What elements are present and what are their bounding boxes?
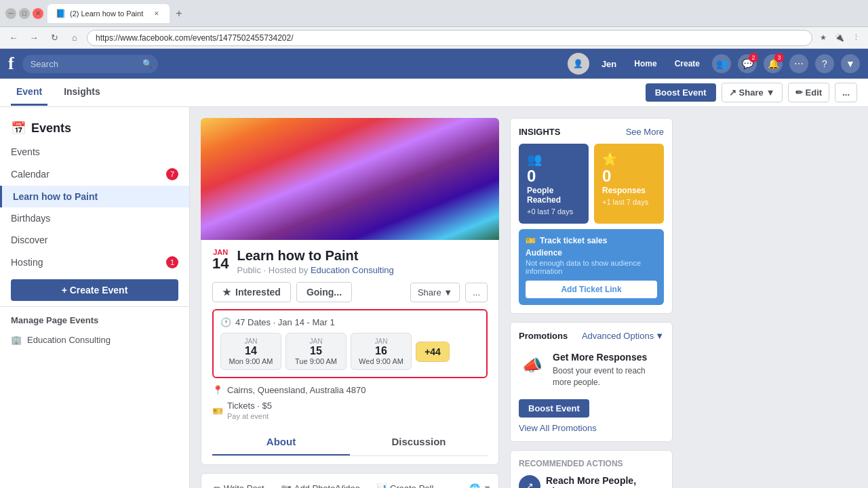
- poll-icon: 📊: [376, 483, 387, 488]
- share-button[interactable]: ↗ Share ▼: [722, 83, 783, 102]
- settings-btn[interactable]: ⋮: [849, 31, 863, 45]
- ticket-label-text: Track ticket sales: [540, 236, 607, 245]
- browser-toolbar: ← → ↻ ⌂ https://www.facebook.com/events/…: [0, 27, 868, 49]
- refresh-btn[interactable]: ↻: [46, 30, 62, 46]
- user-avatar[interactable]: 👤: [568, 53, 589, 75]
- search-input[interactable]: [22, 55, 158, 73]
- event-tabs: About Discussion: [212, 429, 488, 456]
- browser-window-controls[interactable]: ─ □ ✕: [5, 8, 43, 19]
- advanced-options-text: Advanced Options: [582, 331, 654, 341]
- nav-user-name[interactable]: Jen: [596, 56, 622, 72]
- date-pill-jan14[interactable]: JAN 14 Mon 9:00 AM: [220, 333, 281, 370]
- extensions-btn[interactable]: 🔌: [833, 31, 846, 45]
- sidebar-title: 📅 Events: [0, 115, 189, 141]
- ticket-sales-section: 🎫 Track ticket sales Audience Not enough…: [519, 229, 664, 305]
- add-photo-btn[interactable]: 📷 Add Photo/Video: [275, 481, 366, 488]
- view-all-promotions-link[interactable]: View All Promotions: [519, 423, 664, 433]
- nav-home[interactable]: Home: [629, 56, 662, 71]
- tab-title: (2) Learn how to Paint: [70, 9, 148, 18]
- sidebar-events-label: Events: [11, 146, 40, 157]
- messages-icon[interactable]: 💬2: [738, 54, 757, 73]
- more-icon[interactable]: ⋯: [789, 54, 808, 73]
- tickets-sub: Pay at event: [227, 412, 269, 420]
- sidebar-item-calendar[interactable]: Calendar 7: [0, 163, 189, 186]
- date-pill-jan16[interactable]: JAN 16 Wed 9:00 AM: [351, 333, 412, 370]
- boost-event-promo-btn[interactable]: Boost Event: [519, 399, 589, 418]
- date-pill-month-1: JAN: [293, 338, 339, 345]
- sidebar-item-discover[interactable]: Discover: [0, 229, 189, 251]
- interested-button[interactable]: ★ Interested: [212, 282, 291, 302]
- post-extra-chevron[interactable]: ▼: [483, 483, 492, 488]
- date-pill-day-0: 14: [228, 345, 274, 357]
- add-ticket-link-btn[interactable]: Add Ticket Link: [526, 281, 657, 298]
- more-options-button[interactable]: ...: [835, 83, 857, 102]
- tab-event[interactable]: Event: [11, 79, 47, 106]
- write-post-label: Write Post: [224, 483, 264, 488]
- share-rec-title: Reach More People, Share Your Event: [546, 475, 664, 488]
- tab-insights[interactable]: Insights: [58, 79, 106, 106]
- manage-page-events-link[interactable]: Manage Page Events: [0, 310, 189, 331]
- insights-see-more[interactable]: See More: [626, 127, 664, 137]
- promo-content: 📣 Get More Responses Boost your event to…: [519, 346, 664, 394]
- friends-icon[interactable]: 👥: [712, 54, 731, 73]
- back-btn[interactable]: ←: [5, 30, 22, 46]
- event-visibility: Public: [237, 265, 260, 275]
- boost-event-button[interactable]: Boost Event: [646, 83, 716, 102]
- dates-more-button[interactable]: +44: [416, 342, 450, 362]
- tab-about[interactable]: About: [212, 429, 350, 455]
- sidebar-item-learn-to-paint[interactable]: Learn how to Paint: [0, 186, 189, 207]
- share-label: Share: [739, 87, 764, 98]
- advanced-options-link[interactable]: Advanced Options ▼: [582, 331, 664, 341]
- home-btn[interactable]: ⌂: [66, 30, 83, 46]
- event-title-section: Learn how to Paint Public · Hosted by Ed…: [237, 248, 393, 275]
- write-post-actions: ✏ Write Post 📷 Add Photo/Video 📊 Create …: [208, 481, 492, 488]
- tab-discussion[interactable]: Discussion: [350, 429, 488, 455]
- create-event-button[interactable]: + Create Event: [11, 279, 178, 301]
- create-poll-btn[interactable]: 📊 Create Poll: [371, 481, 439, 488]
- url-bar[interactable]: https://www.facebook.com/events/14775024…: [87, 30, 812, 46]
- notifications-icon[interactable]: 🔔3: [764, 54, 783, 73]
- maximize-btn[interactable]: □: [19, 8, 30, 19]
- forward-btn[interactable]: →: [26, 30, 42, 46]
- active-tab[interactable]: 📘 (2) Learn how to Paint ✕: [47, 4, 170, 23]
- insights-header: INSIGHTS See More: [519, 127, 664, 137]
- dates-info-text: 47 Dates · Jan 14 - Mar 1: [235, 317, 335, 327]
- people-reached-stat: 👥 0 People Reached +0 last 7 days: [519, 144, 589, 224]
- expand-icon[interactable]: ▼: [841, 54, 860, 73]
- navbar-right: 👤 Jen Home Create 👥 💬2 🔔3 ⋯ ? ▼: [568, 53, 860, 75]
- write-post-btn[interactable]: ✏ Write Post: [208, 481, 270, 488]
- ticket-icon: 🎫: [212, 406, 223, 416]
- people-icon: 👥: [527, 152, 542, 166]
- sidebar-item-birthdays[interactable]: Birthdays: [0, 207, 189, 229]
- close-btn[interactable]: ✕: [33, 8, 43, 19]
- tab-close-btn[interactable]: ✕: [152, 9, 161, 18]
- tab-favicon: 📘: [56, 9, 66, 18]
- event-more-button[interactable]: ...: [465, 283, 488, 302]
- share-event-action: ↗ Reach More People, Share Your Event He…: [519, 475, 664, 488]
- sidebar-learn-label: Learn how to Paint: [13, 191, 98, 202]
- nav-create[interactable]: Create: [669, 56, 705, 71]
- new-tab-btn[interactable]: +: [171, 5, 187, 22]
- photo-icon: 📷: [281, 483, 292, 488]
- sub-nav-actions: Boost Event ↗ Share ▼ ✏ Edit ...: [646, 83, 857, 102]
- sidebar-item-events[interactable]: Events: [0, 141, 189, 163]
- edit-button[interactable]: ✏ Edit: [788, 83, 830, 102]
- bookmark-btn[interactable]: ★: [816, 31, 830, 45]
- insights-title: INSIGHTS: [519, 127, 560, 137]
- clock-icon: 🕐: [220, 317, 231, 327]
- minimize-btn[interactable]: ─: [5, 8, 16, 19]
- going-button[interactable]: Going...: [296, 282, 352, 302]
- help-icon[interactable]: ?: [815, 54, 834, 73]
- post-extra-icon[interactable]: 🌐: [469, 483, 480, 488]
- browser-action-btns: ★ 🔌 ⋮: [816, 31, 863, 45]
- main-layout: 📅 Events Events Calendar 7 Learn how to …: [0, 107, 868, 488]
- date-pill-jan15[interactable]: JAN 15 Tue 9:00 AM: [285, 333, 347, 370]
- event-share-button[interactable]: Share ▼: [410, 283, 460, 302]
- content-area: JAN 14 Learn how to Paint Public · Hoste…: [190, 107, 868, 488]
- event-location: 📍 Cairns, Queensland, Australia 4870: [212, 385, 488, 395]
- sidebar-item-hosting[interactable]: Hosting 1: [0, 251, 189, 274]
- event-host-link[interactable]: Education Consulting: [311, 265, 394, 275]
- write-icon: ✏: [214, 483, 221, 488]
- star-stat-icon: ⭐: [602, 152, 617, 166]
- education-consulting-item[interactable]: 🏢 Education Consulting: [0, 331, 189, 349]
